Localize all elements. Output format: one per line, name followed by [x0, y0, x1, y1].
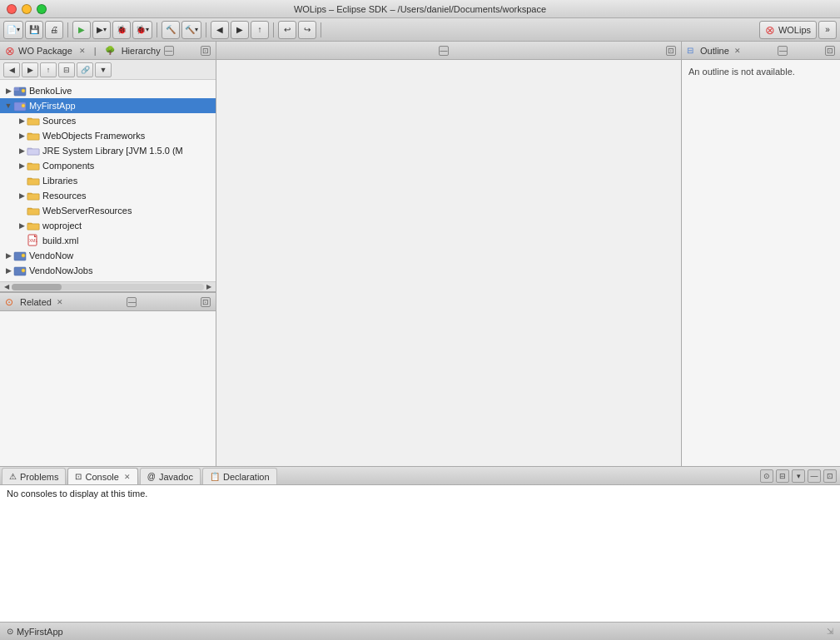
- wo-package-tab[interactable]: WO Package: [18, 46, 72, 56]
- editor-close[interactable]: ⊡: [666, 46, 676, 56]
- expand-jre[interactable]: ▶: [17, 146, 27, 156]
- tree-item-vendonow[interactable]: ▶ VendoNow: [0, 248, 216, 263]
- nav-back[interactable]: ◀: [3, 62, 20, 77]
- tree-item-sources[interactable]: ▶ Sources: [0, 113, 216, 128]
- expand-benkolive[interactable]: ▶: [3, 86, 13, 96]
- expand-components[interactable]: ▶: [17, 161, 27, 171]
- folder-icon-sources: [27, 114, 40, 127]
- related-label[interactable]: Related: [20, 297, 52, 307]
- panel-close[interactable]: ⊡: [201, 46, 211, 56]
- debug-button[interactable]: 🐞: [112, 21, 131, 39]
- console-tab-controls: ⊙ ⊟ ▾ — ⊡: [760, 469, 840, 484]
- folder-icon-resources: [27, 189, 40, 202]
- panel-minimize[interactable]: —: [164, 46, 174, 56]
- nav-fwd[interactable]: ▶: [22, 62, 38, 77]
- wolips-label: WOLips: [778, 25, 811, 35]
- outline-minimize[interactable]: —: [778, 46, 788, 56]
- more-button[interactable]: »: [818, 21, 837, 39]
- editor-minimize[interactable]: —: [439, 46, 449, 56]
- hscroll-thumb[interactable]: [12, 284, 62, 290]
- tree-item-benkolive[interactable]: ▶ BenkoLive: [0, 83, 216, 98]
- outline-label[interactable]: Outline: [700, 46, 729, 56]
- editor-panel: — ⊡: [216, 42, 682, 466]
- declaration-icon: 📋: [210, 472, 220, 481]
- expand-myfirstapp[interactable]: ▼: [3, 101, 13, 111]
- svg-text:XML: XML: [29, 238, 38, 243]
- tree-item-woproject[interactable]: ▶ woproject: [0, 218, 216, 233]
- status-bar: ⊙ MyFirstApp ⇲: [0, 622, 840, 640]
- label-resources: Resources: [42, 191, 87, 201]
- expand-vendonow[interactable]: ▶: [3, 251, 13, 260]
- svg-rect-10: [27, 194, 39, 200]
- expand-webobjects[interactable]: ▶: [17, 131, 27, 141]
- tab-console[interactable]: ⊡ Console ✕: [67, 468, 137, 484]
- save-button[interactable]: 💾: [25, 21, 43, 39]
- folder-icon-jre: [27, 144, 40, 157]
- run-button[interactable]: ▶: [72, 21, 91, 39]
- minimize-button[interactable]: [22, 4, 32, 14]
- fwd-nav[interactable]: ▶: [231, 21, 249, 39]
- tree-item-buildxml[interactable]: XML build.xml: [0, 233, 216, 248]
- tree-item-webserverresources[interactable]: WebServerResources: [0, 203, 216, 218]
- maximize-button[interactable]: [37, 4, 47, 14]
- nav-link[interactable]: 🔗: [77, 62, 93, 77]
- svg-rect-7: [27, 149, 39, 155]
- nav-up[interactable]: ↑: [40, 62, 57, 77]
- close-button[interactable]: [7, 4, 17, 14]
- back-nav[interactable]: ◀: [211, 21, 229, 39]
- tree-item-jre[interactable]: ▶ JRE System Library [JVM 1.5.0 (M: [0, 143, 216, 158]
- console-minimize[interactable]: —: [808, 469, 821, 483]
- nav-menu[interactable]: ▼: [95, 62, 112, 77]
- related-minimize[interactable]: —: [127, 297, 137, 307]
- tree-item-myfirstapp[interactable]: ▼ MyFirstApp: [0, 98, 216, 113]
- tree-item-vendonowjobs[interactable]: ▶ VendoNowJobs: [0, 263, 216, 278]
- console-ctrl-2[interactable]: ⊟: [776, 469, 789, 483]
- status-resize: ⇲: [827, 627, 833, 636]
- new-button[interactable]: 📄▾: [3, 21, 23, 39]
- tab-problems[interactable]: ⚠ Problems: [2, 468, 66, 484]
- nav-collapse[interactable]: ⊟: [58, 62, 75, 77]
- hscroll-right[interactable]: ▶: [204, 282, 214, 292]
- main-layout: ⊗ WO Package ✕ | 🌳 Hierarchy — ⊡ ◀ ▶ ↑ ⊟…: [0, 42, 840, 622]
- console-tab-close[interactable]: ✕: [124, 473, 131, 481]
- package-panel: ⊗ WO Package ✕ | 🌳 Hierarchy — ⊡ ◀ ▶ ↑ ⊟…: [0, 42, 216, 292]
- expand-woproject[interactable]: ▶: [17, 221, 27, 231]
- outline-message: An outline is not available.: [682, 60, 840, 83]
- expand-vendonowjobs[interactable]: ▶: [3, 265, 13, 275]
- sep-4: [273, 22, 274, 37]
- tree-item-webobjects[interactable]: ▶ WebObjects Frameworks: [0, 128, 216, 143]
- hierarchy-tab[interactable]: Hierarchy: [122, 46, 161, 56]
- tab-console-label: Console: [85, 472, 118, 482]
- label-woproject: woproject: [42, 221, 82, 231]
- hscroll-left[interactable]: ◀: [2, 282, 12, 292]
- tab-declaration-label: Declaration: [223, 472, 270, 482]
- tree-item-components[interactable]: ▶ Components: [0, 158, 216, 173]
- project-icon-vendonowjobs: [13, 264, 27, 277]
- console-ctrl-3[interactable]: ▾: [792, 469, 805, 483]
- folder-icon-woproject: [27, 219, 40, 232]
- outline-close[interactable]: ⊡: [825, 46, 835, 56]
- tree-item-libraries[interactable]: Libraries: [0, 173, 216, 188]
- svg-rect-12: [27, 224, 39, 230]
- related-close[interactable]: ⊡: [201, 297, 211, 307]
- undo-btn[interactable]: ↩: [278, 21, 296, 39]
- tree-item-resources[interactable]: ▶ Resources: [0, 188, 216, 203]
- run-dropdown[interactable]: ▶▾: [92, 21, 111, 39]
- label-jre: JRE System Library [JVM 1.5.0 (M: [42, 146, 183, 156]
- tab-javadoc[interactable]: @ Javadoc: [140, 468, 201, 484]
- up-nav[interactable]: ↑: [251, 21, 269, 39]
- debug-dropdown[interactable]: 🐞▾: [132, 21, 152, 39]
- tree-hscrollbar[interactable]: ◀ ▶: [0, 281, 216, 291]
- redo-btn[interactable]: ↪: [298, 21, 316, 39]
- build-dropdown[interactable]: 🔨▾: [181, 21, 201, 39]
- console-ctrl-1[interactable]: ⊙: [760, 469, 773, 483]
- label-libraries: Libraries: [42, 176, 77, 186]
- expand-sources[interactable]: ▶: [17, 116, 27, 126]
- print-button[interactable]: 🖨: [45, 21, 63, 39]
- console-expand[interactable]: ⊡: [823, 469, 837, 483]
- expand-resources[interactable]: ▶: [17, 191, 27, 201]
- related-panel-header: ⊙ Related ✕ — ⊡: [0, 293, 216, 311]
- tab-declaration[interactable]: 📋 Declaration: [202, 468, 277, 484]
- tree-nav-toolbar: ◀ ▶ ↑ ⊟ 🔗 ▼: [0, 60, 216, 80]
- build-button[interactable]: 🔨: [162, 21, 180, 39]
